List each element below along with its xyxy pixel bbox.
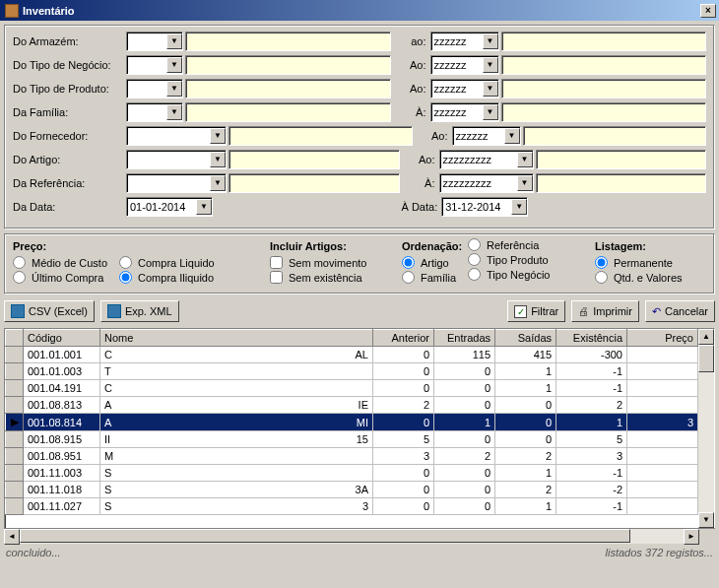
familia-to-desc[interactable] xyxy=(501,102,707,122)
scroll-up-icon[interactable]: ▲ xyxy=(698,329,714,345)
familia-to-select[interactable]: zzzzzz▼ xyxy=(430,102,499,122)
chevron-down-icon: ▼ xyxy=(166,104,182,120)
table-row[interactable]: 001.04.191C001-1 xyxy=(6,380,698,397)
col-nome[interactable]: Nome xyxy=(100,330,373,347)
radio-compra-iliq[interactable]: Compra Iliquido xyxy=(119,271,215,284)
cell-codigo: 001.11.027 xyxy=(24,498,100,515)
radio-ord-familia[interactable]: Família xyxy=(402,271,456,284)
xml-button[interactable]: Exp. XML xyxy=(100,300,179,322)
scroll-left-icon[interactable]: ◄ xyxy=(4,529,20,545)
tiponeg-to-desc[interactable] xyxy=(501,55,707,75)
armazem-from-desc[interactable] xyxy=(185,32,391,51)
cancelar-button[interactable]: ↶Cancelar xyxy=(645,300,715,322)
table-row[interactable]: 001.11.027S3001-1 xyxy=(6,498,698,515)
referencia-from-desc[interactable] xyxy=(229,173,400,193)
col-preco[interactable]: Preço xyxy=(627,330,698,347)
artigo-from-desc[interactable] xyxy=(229,150,400,169)
cell-entradas: 0 xyxy=(434,482,495,498)
cell-preco: 3 xyxy=(627,414,698,431)
row-header[interactable] xyxy=(6,363,24,380)
table-row[interactable]: 001.08.813AIE2002 xyxy=(6,397,698,414)
radio-ultimo[interactable]: Último Compra xyxy=(13,271,107,284)
cell-existencia: 5 xyxy=(556,431,627,448)
row-header[interactable]: ▶ xyxy=(6,414,24,431)
save-icon xyxy=(107,304,121,318)
table-row[interactable]: 001.11.003S001-1 xyxy=(6,465,698,482)
data-de-select[interactable]: 01-01-2014▼ xyxy=(126,197,213,217)
armazem-to-desc[interactable] xyxy=(501,32,707,51)
close-icon[interactable]: × xyxy=(700,4,716,18)
table-row[interactable]: 001.08.951M3223 xyxy=(6,448,698,465)
radio-ord-artigo[interactable]: Artigo xyxy=(402,256,456,269)
tipoprod-from-select[interactable]: ▼ xyxy=(126,79,183,98)
printer-icon: 🖨 xyxy=(578,305,589,317)
scroll-down-icon[interactable]: ▼ xyxy=(698,512,714,528)
row-header[interactable] xyxy=(6,498,24,515)
familia-from-desc[interactable] xyxy=(185,102,391,122)
titlebar: Inventário × xyxy=(0,0,719,21)
col-anterior[interactable]: Anterior xyxy=(373,330,434,347)
check-sem-existencia[interactable]: Sem existência xyxy=(270,271,386,284)
artigo-from-select[interactable]: ▼ xyxy=(126,150,227,169)
row-header[interactable] xyxy=(6,431,24,448)
horizontal-scrollbar[interactable]: ◄ ► xyxy=(4,528,715,544)
tiponeg-from-select[interactable]: ▼ xyxy=(126,55,183,75)
table-row[interactable]: 001.08.915II155005 xyxy=(6,431,698,448)
fornecedor-to-desc[interactable] xyxy=(523,126,707,146)
chevron-down-icon: ▼ xyxy=(483,33,498,49)
artigo-to-select[interactable]: zzzzzzzzz▼ xyxy=(439,150,534,169)
cell-anterior: 0 xyxy=(373,414,434,431)
check-sem-movimento[interactable]: Sem movimento xyxy=(270,256,386,269)
table-row[interactable]: ▶001.08.814AMI01013 xyxy=(6,414,698,431)
radio-compra-liq[interactable]: Compra Liquido xyxy=(119,256,215,269)
imprimir-button[interactable]: 🖨Imprimir xyxy=(571,300,639,322)
row-header[interactable] xyxy=(6,465,24,482)
row-header[interactable] xyxy=(6,347,24,363)
vertical-scrollbar[interactable]: ▲ ▼ xyxy=(698,329,714,528)
tipoprod-to-select[interactable]: zzzzzz▼ xyxy=(430,79,499,98)
row-header[interactable] xyxy=(6,448,24,465)
tiponeg-from-desc[interactable] xyxy=(185,55,391,75)
referencia-to-select[interactable]: zzzzzzzzz▼ xyxy=(439,173,534,193)
data-a-select[interactable]: 31-12-2014▼ xyxy=(441,197,528,217)
armazem-to-select[interactable]: zzzzzz▼ xyxy=(430,32,499,51)
cell-entradas: 1 xyxy=(434,414,495,431)
col-existencia[interactable]: Existência xyxy=(556,330,627,347)
app-icon xyxy=(5,4,19,18)
row-header-corner[interactable] xyxy=(6,330,24,347)
referencia-to-desc[interactable] xyxy=(536,173,707,193)
fornecedor-from-desc[interactable] xyxy=(229,126,413,146)
table-row[interactable]: 001.11.018S3A002-2 xyxy=(6,482,698,498)
table-row[interactable]: 001.01.001CAL0115415-300 xyxy=(6,347,698,363)
artigo-to-desc[interactable] xyxy=(536,150,707,169)
cell-preco xyxy=(627,431,698,448)
scroll-thumb[interactable] xyxy=(698,345,714,372)
col-entradas[interactable]: Entradas xyxy=(434,330,495,347)
col-saidas[interactable]: Saídas xyxy=(495,330,556,347)
familia-from-select[interactable]: ▼ xyxy=(126,102,183,122)
scroll-right-icon[interactable]: ► xyxy=(684,529,699,545)
cell-saidas: 0 xyxy=(495,431,556,448)
fornecedor-to-select[interactable]: zzzzzz▼ xyxy=(452,126,521,146)
radio-ord-tipoprod[interactable]: Tipo Produto xyxy=(468,253,550,266)
table-row[interactable]: 001.01.003T001-1 xyxy=(6,363,698,380)
radio-ord-referencia[interactable]: Referência xyxy=(468,238,550,251)
row-header[interactable] xyxy=(6,397,24,414)
armazem-from-select[interactable]: ▼ xyxy=(126,32,183,51)
referencia-from-select[interactable]: ▼ xyxy=(126,173,227,193)
row-header[interactable] xyxy=(6,380,24,397)
radio-list-permanente[interactable]: Permanente xyxy=(595,256,683,269)
col-codigo[interactable]: Código xyxy=(24,330,100,347)
cell-anterior: 0 xyxy=(373,465,434,482)
radio-list-qtdval[interactable]: Qtd. e Valores xyxy=(595,271,683,284)
hscroll-thumb[interactable] xyxy=(20,529,630,543)
radio-medio[interactable]: Médio de Custo xyxy=(13,256,107,269)
tipoprod-to-desc[interactable] xyxy=(501,79,707,98)
radio-ord-tiponeg[interactable]: Tipo Negócio xyxy=(468,268,550,281)
tiponeg-to-select[interactable]: zzzzzz▼ xyxy=(430,55,499,75)
csv-button[interactable]: CSV (Excel) xyxy=(4,300,95,322)
tipoprod-from-desc[interactable] xyxy=(185,79,391,98)
row-header[interactable] xyxy=(6,482,24,498)
filtrar-button[interactable]: ✓Filtrar xyxy=(507,300,565,322)
fornecedor-from-select[interactable]: ▼ xyxy=(126,126,227,146)
